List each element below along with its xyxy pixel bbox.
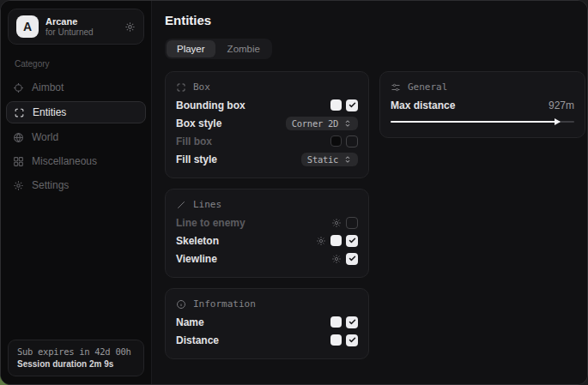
page-title: Entities (165, 13, 585, 27)
sidebar-item-aimbot[interactable]: Aimbot (1, 75, 151, 99)
sidebar: A Arcane for Unturned Category Aimbot (1, 1, 152, 384)
setting-label: Bounding box (176, 99, 246, 111)
tab-player[interactable]: Player (167, 40, 215, 57)
setting-label: Fill box (176, 135, 212, 147)
sidebar-item-label: Aimbot (32, 81, 64, 93)
box-scan-icon (14, 107, 25, 118)
app-subtitle: for Unturned (45, 27, 118, 38)
box-style-dropdown[interactable]: Corner 2D (286, 117, 358, 130)
color-swatch[interactable] (330, 135, 342, 147)
checkbox-checked[interactable] (346, 99, 358, 111)
setting-row-distance: Distance (176, 331, 358, 349)
general-section: General Max distance 927m (379, 71, 585, 138)
setting-label: Skeleton (176, 235, 219, 247)
chevron-updown-icon (343, 119, 352, 128)
sidebar-item-label: Settings (32, 179, 69, 191)
checkbox-unchecked[interactable] (346, 135, 358, 147)
setting-label: Max distance (391, 99, 455, 111)
max-distance-value: 927m (549, 99, 574, 111)
setting-label: Distance (176, 334, 219, 346)
sidebar-item-settings[interactable]: Settings (1, 173, 151, 197)
color-swatch[interactable] (330, 235, 342, 246)
setting-row-box-style: Box style Corner 2D (176, 114, 358, 132)
gear-icon[interactable] (124, 21, 136, 33)
sliders-icon (391, 82, 401, 93)
tab-zombie[interactable]: Zombie (217, 40, 270, 57)
dropdown-value: Corner 2D (292, 118, 338, 129)
checkbox-checked[interactable] (346, 334, 358, 346)
sub-expiry-text: Sub expires in 42d 00h (17, 346, 135, 357)
fill-style-dropdown[interactable]: Static (301, 153, 358, 166)
checkbox-checked[interactable] (346, 253, 358, 265)
box-section: Box Bounding box Box style (165, 71, 369, 178)
setting-row-max-distance: Max distance 927m (391, 96, 574, 114)
setting-label: Name (176, 316, 204, 328)
box-section-header: Box (176, 81, 358, 93)
app-window: A Arcane for Unturned Category Aimbot (0, 0, 588, 385)
settings-gear-icon (13, 180, 24, 191)
checkbox-checked[interactable] (346, 316, 358, 328)
setting-label: Viewline (176, 253, 217, 265)
section-title: Box (193, 81, 210, 93)
row-settings-gear-icon[interactable] (316, 236, 326, 246)
color-swatch[interactable] (330, 316, 342, 328)
setting-row-line-to-enemy: Line to enemy (176, 214, 358, 232)
lines-section-header: Lines (176, 199, 358, 210)
color-swatch[interactable] (330, 334, 342, 346)
sidebar-item-entities[interactable]: Entities (6, 101, 146, 123)
sidebar-item-label: Miscellaneous (32, 155, 97, 167)
setting-label: Line to enemy (176, 217, 246, 229)
app-name: Arcane (45, 16, 118, 27)
max-distance-slider[interactable] (391, 117, 574, 126)
checkbox-unchecked[interactable] (346, 217, 358, 229)
section-title: Lines (193, 199, 221, 210)
sidebar-item-label: World (32, 131, 58, 143)
color-swatch[interactable] (330, 99, 342, 111)
crosshair-icon (13, 82, 24, 93)
checkbox-checked[interactable] (346, 235, 358, 247)
category-label: Category (15, 59, 151, 69)
globe-icon (13, 132, 24, 143)
setting-row-name: Name (176, 313, 358, 331)
chevron-updown-icon (343, 155, 352, 164)
sidebar-item-label: Entities (33, 106, 66, 118)
main-panel: Entities Player Zombie Box (152, 1, 588, 384)
information-section-header: Information (176, 298, 358, 310)
setting-label: Box style (176, 117, 221, 129)
subscription-card: Sub expires in 42d 00h Session duration … (8, 340, 144, 376)
section-title: Information (193, 298, 256, 310)
sidebar-item-miscellaneous[interactable]: Miscellaneous (1, 149, 151, 173)
lines-section: Lines Line to enemy (165, 189, 369, 278)
diagonal-line-icon (176, 200, 186, 210)
session-duration-text: Session duration 2m 9s (17, 359, 135, 369)
row-settings-gear-icon[interactable] (331, 254, 342, 264)
setting-row-bounding-box: Bounding box (176, 96, 358, 114)
setting-row-viewline: Viewline (176, 250, 358, 268)
app-header-card: A Arcane for Unturned (8, 9, 144, 45)
box-scan-icon (176, 82, 186, 93)
section-title: General (408, 81, 447, 93)
setting-label: Fill style (176, 153, 217, 165)
app-logo: A (16, 15, 39, 38)
general-section-header: General (391, 81, 574, 93)
setting-row-fill-box: Fill box (176, 132, 358, 150)
setting-row-fill-style: Fill style Static (176, 150, 358, 168)
app-header-text: Arcane for Unturned (45, 16, 118, 38)
setting-row-skeleton: Skeleton (176, 232, 358, 250)
dropdown-value: Static (307, 154, 338, 165)
info-circle-icon (176, 299, 186, 310)
sidebar-item-world[interactable]: World (1, 125, 151, 149)
slider-fill[interactable] (391, 121, 560, 123)
information-section: Information Name Distance (165, 288, 369, 359)
grid-icon (13, 156, 24, 167)
entity-tabs: Player Zombie (165, 39, 272, 59)
row-settings-gear-icon[interactable] (331, 218, 342, 228)
